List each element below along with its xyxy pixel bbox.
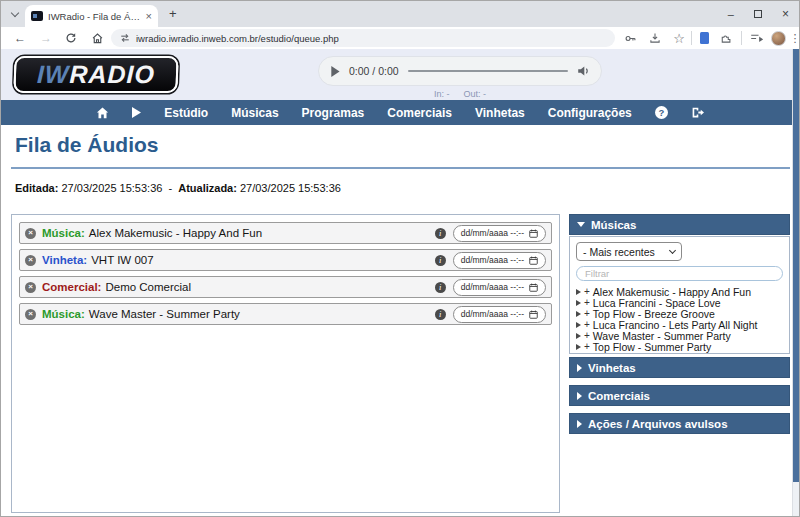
song-item[interactable]: +Alex Makemusic - Happy And Fun	[576, 286, 783, 297]
scrollbar-thumb[interactable]	[793, 49, 800, 482]
iwradio-logo[interactable]: IWRADIO	[13, 56, 178, 93]
play-icon[interactable]	[330, 66, 340, 77]
nav-home-button[interactable]	[96, 107, 109, 119]
caret-right-icon	[577, 392, 582, 400]
play-icon[interactable]	[576, 333, 581, 339]
extensions-button[interactable]	[717, 27, 735, 49]
schedule-datetime-input[interactable]: dd/mm/aaaa --:--	[453, 252, 546, 269]
schedule-datetime-input[interactable]: dd/mm/aaaa --:--	[453, 225, 546, 242]
meta-separator: -	[168, 182, 172, 194]
schedule-datetime-input[interactable]: dd/mm/aaaa --:--	[453, 306, 546, 323]
nav-item-estudio[interactable]: Estúdio	[164, 106, 208, 120]
profile-button[interactable]	[769, 27, 788, 49]
page-scrollbar[interactable]	[792, 49, 800, 517]
song-item[interactable]: +Luca Francino - Lets Party All Night	[576, 319, 783, 330]
play-icon[interactable]	[576, 311, 581, 317]
info-icon[interactable]: i	[435, 255, 446, 266]
filter-input[interactable]	[576, 266, 783, 281]
queue-meta: Editada: 27/03/2025 15:53:36 - Atualizad…	[15, 182, 341, 194]
nav-item-musicas[interactable]: Músicas	[231, 106, 278, 120]
play-icon[interactable]	[576, 289, 581, 295]
schedule-datetime-input[interactable]: dd/mm/aaaa --:--	[453, 279, 546, 296]
queue-row[interactable]: × Música: Alex Makemusic - Happy And Fun…	[19, 222, 552, 244]
audio-player[interactable]: 0:00 / 0:00	[318, 56, 602, 86]
browser-menu-button[interactable]: ⋮	[790, 27, 800, 49]
remove-item-icon[interactable]: ×	[25, 255, 36, 266]
add-icon[interactable]: +	[584, 297, 590, 308]
info-icon[interactable]: i	[435, 309, 446, 320]
panel-header-comerciais[interactable]: Comerciais	[569, 385, 790, 406]
logout-icon	[691, 106, 704, 119]
home-button[interactable]	[88, 27, 106, 49]
tab-search-chevron-icon[interactable]	[8, 7, 22, 21]
queue-row[interactable]: × Vinheta: VHT IW 007 i dd/mm/aaaa --:--	[19, 249, 552, 271]
calendar-icon[interactable]	[529, 310, 538, 319]
panel-header-vinhetas[interactable]: Vinhetas	[569, 357, 790, 378]
caret-right-icon	[577, 364, 582, 372]
play-icon[interactable]	[576, 300, 581, 306]
side-panel-button[interactable]	[747, 27, 765, 49]
calendar-icon[interactable]	[529, 256, 538, 265]
song-item[interactable]: +Top Flow - Summer Party	[576, 341, 783, 352]
nav-item-comerciais[interactable]: Comerciais	[387, 106, 452, 120]
song-list: +Alex Makemusic - Happy And Fun +Luca Fr…	[576, 286, 783, 352]
player-progress-bar[interactable]	[408, 70, 568, 72]
new-tab-button[interactable]: +	[169, 6, 177, 21]
window-close-button[interactable]: ×	[782, 7, 789, 21]
add-icon[interactable]: +	[584, 308, 590, 319]
remove-item-icon[interactable]: ×	[25, 309, 36, 320]
logout-button[interactable]	[691, 106, 704, 119]
item-type-label: Música:	[42, 308, 85, 320]
nav-item-vinhetas[interactable]: Vinhetas	[475, 106, 525, 120]
song-item[interactable]: +Luca Francini - Space Love	[576, 297, 783, 308]
url-text: iwradio.iwradio.inweb.com.br/estudio/que…	[136, 33, 339, 44]
address-bar[interactable]: iwradio.iwradio.inweb.com.br/estudio/que…	[111, 29, 615, 47]
panel-header-musicas[interactable]: Músicas	[569, 214, 790, 235]
remove-item-icon[interactable]: ×	[25, 228, 36, 239]
calendar-icon[interactable]	[529, 229, 538, 238]
key-icon	[624, 32, 637, 45]
panel-title: Músicas	[591, 219, 636, 231]
queue-row[interactable]: × Comercial: Demo Comercial i dd/mm/aaaa…	[19, 276, 552, 298]
add-icon[interactable]: +	[584, 341, 590, 352]
item-title: Alex Makemusic - Happy And Fun	[89, 227, 262, 239]
back-button[interactable]: ←	[11, 27, 29, 49]
passwords-button[interactable]	[621, 27, 639, 49]
add-icon[interactable]: +	[584, 330, 590, 341]
nav-item-configuracoes[interactable]: Configurações	[548, 106, 632, 120]
info-icon[interactable]: i	[435, 282, 446, 293]
maximize-button[interactable]	[754, 10, 762, 18]
sort-select[interactable]: - Mais recentes	[576, 242, 682, 261]
browser-window: IWRadio - Fila de Áudios × + – × ← → iwr…	[0, 0, 800, 517]
side-panel-icon	[750, 33, 763, 44]
song-item[interactable]: +Top Flow - Breeze Groove	[576, 308, 783, 319]
nav-item-programas[interactable]: Programas	[302, 106, 365, 120]
help-button[interactable]: ?	[655, 106, 668, 119]
nav-play-button[interactable]	[132, 107, 141, 118]
play-icon[interactable]	[576, 322, 581, 328]
minimize-button[interactable]: –	[728, 8, 734, 20]
pinned-extension-button[interactable]	[696, 27, 712, 49]
title-divider	[11, 167, 790, 169]
caret-down-icon	[577, 222, 585, 227]
site-favicon-icon	[31, 11, 43, 21]
queue-row[interactable]: × Música: Wave Master - Summer Party i d…	[19, 303, 552, 325]
bookmark-star-button[interactable]: ☆	[670, 27, 688, 49]
item-title: VHT IW 007	[91, 254, 153, 266]
caret-right-icon	[577, 420, 582, 428]
calendar-icon[interactable]	[529, 283, 538, 292]
install-button[interactable]	[646, 27, 664, 49]
forward-button[interactable]: →	[37, 27, 55, 49]
song-item[interactable]: +Wave Master - Summer Party	[576, 330, 783, 341]
volume-icon[interactable]	[577, 65, 590, 77]
info-icon[interactable]: i	[435, 228, 446, 239]
tab-close-icon[interactable]: ×	[146, 11, 152, 22]
add-icon[interactable]: +	[584, 286, 590, 297]
page-title: Fila de Áudios	[15, 133, 159, 157]
browser-tab[interactable]: IWRadio - Fila de Áudios ×	[25, 5, 158, 27]
play-icon[interactable]	[576, 344, 581, 350]
refresh-button[interactable]	[62, 27, 80, 49]
remove-item-icon[interactable]: ×	[25, 282, 36, 293]
panel-header-acoes[interactable]: Ações / Arquivos avulsos	[569, 413, 790, 434]
add-icon[interactable]: +	[584, 319, 590, 330]
